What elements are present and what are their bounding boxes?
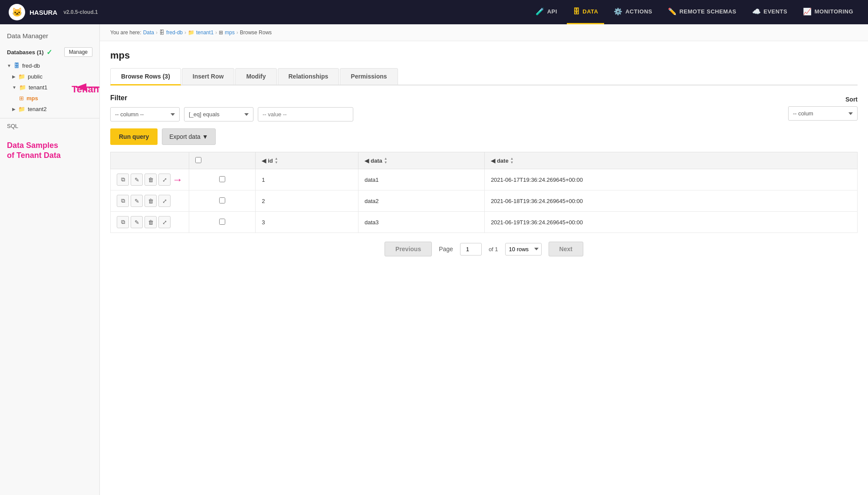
sidebar-title: Data Manager: [0, 24, 99, 44]
tab-permissions[interactable]: Permissions: [340, 68, 398, 85]
edit-button-2[interactable]: ✎: [131, 195, 143, 207]
breadcrumb-mps[interactable]: mps: [225, 30, 235, 36]
pagination: Previous Page of 1 10 rows Next: [110, 233, 858, 265]
export-data-button[interactable]: Export data ▼: [162, 128, 215, 145]
operator-select[interactable]: [_eq] equals: [184, 107, 253, 121]
checkbox-2[interactable]: [219, 197, 225, 203]
edit-button-1[interactable]: ✎: [131, 174, 143, 186]
action-row: Run query Export data ▼: [110, 128, 858, 145]
tenant2-label: tenant2: [28, 106, 46, 112]
cell-data-1: data1: [358, 169, 485, 190]
cell-data-2: data2: [358, 190, 485, 212]
delete-button-2[interactable]: 🗑: [145, 195, 157, 207]
sidebar: Data Manager Databases (1) ✓ Manage ▼ 🗄 …: [0, 24, 100, 495]
expand-button-2[interactable]: ⤢: [158, 195, 171, 207]
copy-button-2[interactable]: ⧉: [117, 195, 129, 207]
table-icon: ⊞: [19, 95, 24, 102]
checkbox-1[interactable]: [219, 176, 225, 182]
nav-label-data: DATA: [582, 8, 598, 15]
previous-button[interactable]: Previous: [385, 242, 432, 256]
col-header-date[interactable]: ◀ date ▲▼: [484, 152, 857, 169]
table-row: ⧉ ✎ 🗑 ⤢ 3 data3 2021-06-: [111, 212, 858, 233]
folder-icon: 📁: [18, 73, 25, 80]
nav-item-monitoring[interactable]: 📈 MONITORING: [797, 0, 859, 24]
column-select[interactable]: -- column --: [110, 107, 180, 121]
checkbox-3[interactable]: [219, 219, 225, 225]
nav-label-events: EVENTS: [763, 8, 787, 15]
copy-button-3[interactable]: ⧉: [117, 216, 129, 228]
expand-button-1[interactable]: ⤢: [158, 174, 171, 186]
table-row: ⧉ ✎ 🗑 ⤢ → 1 data1: [111, 169, 858, 190]
cell-date-3: 2021-06-19T19:36:24.269645+00:00: [484, 212, 857, 233]
delete-button-1[interactable]: 🗑: [145, 174, 157, 186]
monitoring-icon: 📈: [803, 7, 812, 16]
col-header-id[interactable]: ◀ id ▲▼: [256, 152, 358, 169]
run-query-button[interactable]: Run query: [110, 128, 158, 145]
rows-per-page-select[interactable]: 10 rows: [505, 243, 542, 256]
sort-label: Sort: [788, 96, 858, 103]
tab-browse-rows[interactable]: Browse Rows (3): [110, 68, 181, 85]
sidebar-item-tenant1[interactable]: ▼ 📁 tenant1 Tenants: [0, 82, 99, 93]
folder-icon-2: 📁: [19, 84, 26, 91]
sort-column-select[interactable]: -- colum: [788, 106, 858, 121]
breadcrumb-tenant1[interactable]: tenant1: [196, 30, 214, 36]
tab-relationships[interactable]: Relationships: [278, 68, 339, 85]
col-header-data[interactable]: ◀ data ▲▼: [358, 152, 485, 169]
page-number-input[interactable]: [460, 243, 482, 256]
cell-id-2: 2: [256, 190, 358, 212]
breadcrumb: You are here: Data › 🗄 fred-db › 📁 tenan…: [100, 24, 868, 41]
fred-db-label: fred-db: [22, 62, 40, 69]
logo-text: HASURA: [30, 9, 57, 16]
delete-button-3[interactable]: 🗑: [145, 216, 157, 228]
tenant1-label: tenant1: [29, 84, 47, 91]
breadcrumb-data[interactable]: Data: [143, 30, 154, 36]
logo: 🐱 HASURA v2.0.5-cloud.1: [9, 4, 98, 20]
col-header-checkbox: [189, 152, 256, 169]
table-container: ◀ id ▲▼ ◀ data ▲▼: [110, 152, 858, 233]
tab-modify[interactable]: Modify: [235, 68, 276, 85]
nav-label-remote-schemas: REMOTE SCHEMAS: [679, 8, 736, 15]
tab-insert-row[interactable]: Insert Row: [182, 68, 235, 85]
manage-button[interactable]: Manage: [64, 47, 92, 57]
chevron-down-icon: ▼: [7, 63, 11, 68]
page-of-label: of 1: [489, 246, 498, 252]
db-icon: 🗄: [14, 62, 20, 69]
copy-button-1[interactable]: ⧉: [117, 174, 129, 186]
cell-date-1: 2021-06-17T19:36:24.269645+00:00: [484, 169, 857, 190]
top-navigation: 🐱 HASURA v2.0.5-cloud.1 🧪 API 🗄 DATA ⚙️ …: [0, 0, 868, 24]
status-dot: ✓: [46, 48, 52, 56]
breadcrumb-table-icon: ⊞: [219, 30, 223, 36]
row-actions-2: ⧉ ✎ 🗑 ⤢: [111, 190, 189, 212]
select-all-checkbox[interactable]: [195, 157, 201, 163]
nav-item-remote-schemas[interactable]: ✏️ REMOTE SCHEMAS: [662, 0, 743, 24]
nav-item-data[interactable]: 🗄 DATA: [567, 0, 605, 24]
data-table: ◀ id ▲▼ ◀ data ▲▼: [110, 152, 858, 233]
page-label: Page: [439, 246, 453, 252]
value-input[interactable]: [258, 107, 353, 121]
row-checkbox-2: [189, 190, 256, 212]
filter-section: Filter -- column -- [_eq] equals: [110, 94, 858, 121]
row-arrow-1: →: [172, 174, 183, 186]
folder-icon-3: 📁: [18, 106, 25, 112]
sort-icon-id: ◀: [262, 157, 266, 164]
nav-items: 🧪 API 🗄 DATA ⚙️ ACTIONS ✏️ REMOTE SCHEMA…: [529, 0, 859, 24]
nav-item-actions[interactable]: ⚙️ ACTIONS: [608, 0, 658, 24]
main-layout: Data Manager Databases (1) ✓ Manage ▼ 🗄 …: [0, 24, 868, 495]
expand-button-3[interactable]: ⤢: [158, 216, 171, 228]
content-area: mps Browse Rows (3) Insert Row Modify Re…: [100, 41, 868, 274]
nav-label-actions: ACTIONS: [625, 8, 652, 15]
nav-item-api[interactable]: 🧪 API: [529, 0, 563, 24]
sidebar-item-sql[interactable]: SQL: [0, 118, 99, 134]
nav-item-events[interactable]: ☁️ EVENTS: [746, 0, 794, 24]
sidebar-item-tenant2[interactable]: ▶ 📁 tenant2: [0, 104, 99, 115]
breadcrumb-folder-icon: 📁: [188, 30, 194, 36]
sidebar-item-fred-db[interactable]: ▼ 🗄 fred-db: [0, 60, 99, 71]
breadcrumb-fred-db[interactable]: fred-db: [166, 30, 183, 36]
edit-button-3[interactable]: ✎: [131, 216, 143, 228]
sidebar-item-public[interactable]: ▶ 📁 public: [0, 71, 99, 82]
mps-label: mps: [26, 95, 38, 102]
chevron-down-icon-2: ▼: [12, 85, 16, 90]
sidebar-item-mps[interactable]: ⊞ mps: [0, 93, 99, 104]
next-button[interactable]: Next: [549, 242, 583, 256]
row-checkbox-3: [189, 212, 256, 233]
